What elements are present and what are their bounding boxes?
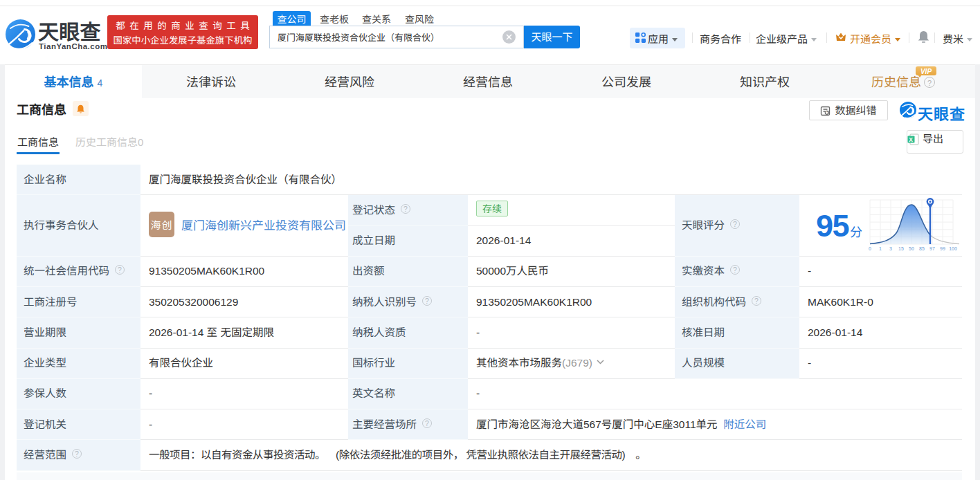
svg-text:1: 1 [879,245,882,252]
svg-text:0: 0 [869,245,871,252]
svg-text:50: 50 [909,245,914,252]
svg-text:100: 100 [949,245,957,252]
svg-text:97: 97 [929,245,935,252]
svg-text:99: 99 [940,245,945,252]
svg-text:?: ? [827,110,829,115]
svg-text:X: X [909,135,913,143]
svg-text:85: 85 [919,245,925,252]
svg-text:3: 3 [889,245,892,252]
svg-text:15: 15 [898,245,904,252]
